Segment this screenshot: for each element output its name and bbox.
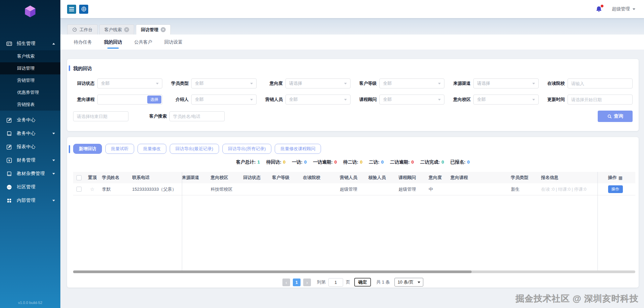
referrer-select[interactable]: 全部 [191,95,256,105]
scrollbar-thumb[interactable] [73,270,472,273]
panel-title: 我的回访 [73,66,633,72]
intent-level-select[interactable]: 请选择 [285,78,351,88]
visit-status-select[interactable]: 全部 [97,78,162,88]
page-unit-label: 页 [346,279,350,285]
column-header-intent-campus[interactable]: 意向校区 [211,175,243,181]
svg-text:¥: ¥ [8,159,10,162]
select-value: 全部 [195,80,204,86]
column-header-source-channel[interactable]: 来源渠道 [182,175,211,181]
column-header-phone[interactable]: 联系电话 [132,175,182,181]
export-recent-button[interactable]: 回访导出(最近记录) [170,144,219,154]
row-action-button[interactable]: 操作 [608,185,623,193]
sidebar-item-label: 招生管理 [17,41,52,47]
intent-campus-select[interactable]: 全部 [473,95,538,105]
subtab-todo-tasks[interactable]: 待办任务 [68,35,98,50]
select-value: 请选择 [477,80,490,86]
page-size-select[interactable]: 10 条/页 [394,278,423,287]
column-header-school[interactable]: 在读院校 [303,175,340,181]
marketer-select[interactable]: 全部 [285,95,351,105]
sidebar-item-visit-management[interactable]: 回访管理 [0,62,60,74]
page-tabbar: 工作台 客户线索 × 回访管理 × [60,18,644,35]
close-icon[interactable]: × [161,27,166,32]
customer-level-select[interactable]: 全部 [379,78,444,88]
close-icon[interactable]: × [124,27,129,32]
field-label: 回访状态 [73,80,95,86]
update-time-start-input[interactable] [568,95,633,105]
school-input[interactable] [568,78,633,88]
sidebar-item-enrollment[interactable]: 招生管理 [0,37,60,50]
confirm-button[interactable]: 确定 [354,278,371,287]
next-page-button[interactable]: › [303,279,311,286]
chevron-up-icon [52,43,55,45]
globe-button[interactable] [79,5,88,14]
column-header-enroll-info[interactable]: 报名信息 [541,175,597,181]
course-advisor-select[interactable]: 全部 [379,95,444,105]
stat-item: 已报名:0 [450,159,470,165]
table-row[interactable]: ☆ 李默 15233333333（父亲） 科技馆校区 超级管理 超级管理 中 [73,183,635,195]
tab-customer-leads[interactable]: 客户线索 × [99,24,134,35]
sidebar-item-materials-fees[interactable]: 教材杂费管理 [0,167,60,180]
query-button-label: 查询 [614,113,623,119]
column-header-student-type[interactable]: 学员类型 [511,175,541,181]
goto-page-input[interactable] [328,278,343,287]
subtab-public-customers[interactable]: 公共客户 [128,35,158,50]
column-header-course-advisor[interactable]: 课程顾问 [398,175,429,181]
notifications-button[interactable] [595,6,602,13]
sidebar-item-marketing[interactable]: 营销管理 [0,74,60,86]
grid-icon [6,198,12,203]
batch-edit-advisor-button[interactable]: 批量修改课程顾问 [275,144,321,154]
horizontal-scrollbar[interactable] [73,270,635,273]
batch-audition-button[interactable]: 批量试听 [105,144,134,154]
stat-item: 一访:0 [292,159,307,165]
search-icon [607,114,612,119]
sidebar-item-report-center[interactable]: 报表中心 [0,140,60,153]
user-menu[interactable]: 超级管理 [612,6,635,12]
customer-search-input[interactable] [169,111,225,121]
sidebar-item-marketing-report[interactable]: 营销报表 [0,99,60,111]
end-date-input[interactable] [73,111,128,121]
intent-course-select-button[interactable]: 选择 [147,96,161,104]
subtab-visit-settings[interactable]: 回访设置 [158,35,189,50]
column-header-verifier[interactable]: 核验人员 [368,175,398,181]
prev-page-button[interactable]: ‹ [282,279,290,286]
tab-visit-management[interactable]: 回访管理 × [136,24,171,35]
source-channel-select[interactable]: 请选择 [473,78,538,88]
student-type-select[interactable]: 全部 [191,78,256,88]
column-header-intent-course[interactable]: 意向课程 [450,175,511,181]
row-checkbox[interactable] [76,187,82,192]
page-1-button[interactable]: 1 [293,279,301,286]
subtab-my-visits[interactable]: 我的回访 [98,35,128,50]
query-button[interactable]: 查询 [598,111,633,122]
sidebar-item-finance[interactable]: ¥ 财务管理 [0,153,60,167]
stat-item: 待二访:0 [343,159,363,165]
column-header-customer-level[interactable]: 客户等级 [272,175,303,181]
hamburger-icon [69,7,74,11]
export-all-button[interactable]: 回访导出(所有记录) [222,144,272,154]
column-settings-icon[interactable]: ▦ [619,175,623,180]
column-header-visit-status[interactable]: 回访状态 [243,175,272,181]
cell-student-type: 新生 [511,186,541,192]
column-header-pin[interactable]: 置顶 [85,175,102,181]
sidebar-item-coupons[interactable]: 优惠券管理 [0,86,60,99]
select-value: 全部 [289,97,298,103]
app-logo[interactable] [0,0,60,20]
sidebar-item-internal[interactable]: 内部管理 [0,194,60,207]
batch-edit-button[interactable]: 批量修改 [138,144,166,154]
menu-toggle-button[interactable] [67,5,76,14]
pin-star-icon[interactable]: ☆ [90,186,94,192]
field-label: 学员类型 [167,80,189,86]
column-header-student-name[interactable]: 学员姓名 [102,175,132,181]
sidebar-item-academic-center[interactable]: 教务中心 [0,127,60,140]
select-value: 全部 [477,97,486,103]
tab-label: 工作台 [79,27,93,33]
goto-label: 到第 [317,279,326,285]
visit-table-panel: 新增回访 批量试听 批量修改 回访导出(最近记录) 回访导出(所有记录) 批量修… [67,137,639,288]
select-all-checkbox[interactable] [76,175,82,180]
column-header-intent-level[interactable]: 意向度 [429,175,450,181]
sidebar-item-community[interactable]: 社区管理 [0,180,60,194]
add-visit-button[interactable]: 新增回访 [73,144,102,154]
tab-workbench[interactable]: 工作台 [67,24,98,35]
sidebar-item-customer-leads[interactable]: 客户线索 [0,50,60,62]
sidebar-item-business-center[interactable]: 业务中心 [0,113,60,127]
column-header-marketer[interactable]: 营销人员 [340,175,368,181]
